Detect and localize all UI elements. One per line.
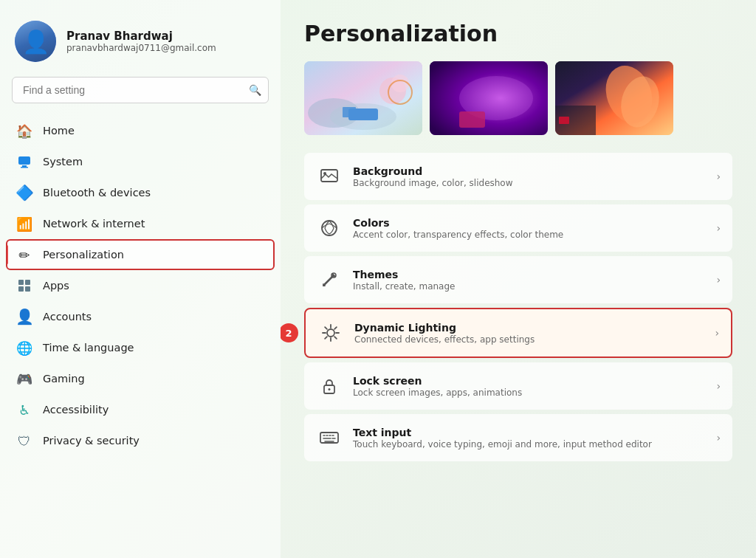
page-title: Personalization [304, 21, 732, 46]
themes-text: Themes Install, create, manage [353, 269, 706, 292]
svg-rect-16 [459, 111, 485, 128]
lock-screen-chevron: › [716, 380, 721, 392]
svg-point-23 [323, 172, 326, 175]
dynamic-lighting-chevron: › [715, 327, 719, 339]
lock-screen-icon [316, 373, 343, 399]
lock-screen-text: Lock screen Lock screen images, apps, an… [353, 375, 706, 398]
sidebar-item-apps[interactable]: Apps [6, 270, 275, 301]
svg-rect-2 [21, 167, 28, 168]
svg-point-26 [327, 329, 334, 337]
wallpaper-thumb-2[interactable] [430, 61, 548, 135]
sidebar-item-label: Network & internet [43, 218, 264, 230]
svg-line-32 [334, 337, 337, 339]
gaming-icon: 🎮 [16, 371, 32, 387]
avatar-image [15, 21, 56, 62]
user-profile[interactable]: Pranav Bhardwaj pranavbhardwaj0711@gmail… [0, 0, 281, 77]
settings-item-themes[interactable]: Themes Install, create, manage › [304, 256, 732, 303]
personalization-icon: ✏️ [16, 247, 32, 263]
sidebar-item-privacy[interactable]: 🛡 Privacy & security [6, 425, 275, 456]
svg-rect-0 [18, 156, 30, 165]
avatar [15, 21, 56, 62]
search-icon: 🔍 [249, 84, 261, 96]
lock-screen-title: Lock screen [353, 375, 706, 387]
sidebar: Pranav Bhardwaj pranavbhardwaj0711@gmail… [0, 0, 281, 558]
dynamic-lighting-text: Dynamic Lighting Connected devices, effe… [354, 322, 704, 345]
sidebar-item-label: Bluetooth & devices [43, 187, 264, 199]
time-icon: 🌐 [16, 340, 32, 356]
colors-text: Colors Accent color, transparency effect… [353, 217, 706, 240]
settings-item-lock-screen[interactable]: Lock screen Lock screen images, apps, an… [304, 362, 732, 410]
sidebar-item-label: Accessibility [43, 404, 264, 416]
sidebar-item-label: Apps [43, 280, 264, 292]
svg-line-31 [325, 327, 327, 329]
themes-chevron: › [716, 274, 721, 286]
home-icon: 🏠 [16, 123, 32, 139]
wallpaper-thumb-3[interactable] [555, 61, 673, 135]
text-input-desc: Touch keyboard, voice typing, emoji and … [353, 439, 706, 450]
bluetooth-icon: 🔷 [16, 185, 32, 201]
dynamic-lighting-desc: Connected devices, effects, app settings [354, 334, 704, 345]
colors-title: Colors [353, 217, 706, 229]
text-input-chevron: › [716, 432, 721, 444]
background-text: Background Background image, color, slid… [353, 165, 706, 188]
sidebar-item-label: Gaming [43, 373, 264, 385]
sidebar-item-label: Privacy & security [43, 435, 264, 447]
user-name: Pranav Bhardwaj [66, 30, 216, 43]
themes-title: Themes [353, 269, 706, 280]
sidebar-item-accounts[interactable]: 👤 Accounts [6, 301, 275, 332]
wallpaper-row [304, 61, 732, 135]
main-content: Personalization [281, 0, 756, 558]
accessibility-icon: ♿ [16, 402, 32, 418]
text-input-title: Text input [353, 427, 706, 438]
user-email: pranavbhardwaj0711@gmail.com [66, 43, 216, 53]
settings-list: Background Background image, color, slid… [304, 153, 732, 461]
text-input-text: Text input Touch keyboard, voice typing,… [353, 427, 706, 450]
text-input-icon [316, 424, 343, 451]
sidebar-item-gaming[interactable]: 🎮 Gaming [6, 363, 275, 394]
dynamic-lighting-icon [317, 320, 344, 346]
nav-list: 🏠 Home System 🔷 Bluetooth & devices 📶 Ne… [0, 112, 281, 459]
colors-icon [316, 215, 343, 241]
apps-icon [16, 278, 32, 294]
network-icon: 📶 [16, 216, 32, 232]
themes-icon [316, 266, 343, 293]
settings-item-dynamic-lighting[interactable]: 2 Dynamic Lighting Connected devices, ef… [304, 308, 732, 358]
svg-rect-12 [343, 107, 356, 117]
dynamic-lighting-title: Dynamic Lighting [354, 322, 704, 334]
svg-rect-3 [18, 280, 24, 285]
background-icon [316, 163, 343, 190]
lock-screen-desc: Lock screen images, apps, animations [353, 388, 706, 398]
sidebar-item-accessibility[interactable]: ♿ Accessibility [6, 394, 275, 425]
sidebar-item-home[interactable]: 🏠 Home [6, 115, 275, 146]
search-box[interactable]: 🔍 [12, 77, 269, 103]
svg-point-9 [330, 103, 396, 130]
background-desc: Background image, color, slideshow [353, 178, 706, 188]
settings-item-text-input[interactable]: Text input Touch keyboard, voice typing,… [304, 414, 732, 461]
themes-desc: Install, create, manage [353, 281, 706, 292]
user-info: Pranav Bhardwaj pranavbhardwaj0711@gmail… [66, 30, 216, 53]
svg-line-33 [334, 327, 337, 329]
settings-item-background[interactable]: Background Background image, color, slid… [304, 153, 732, 200]
colors-chevron: › [716, 222, 721, 234]
background-title: Background [353, 165, 706, 177]
sidebar-item-label: Home [43, 125, 264, 137]
svg-rect-21 [559, 117, 569, 124]
settings-item-colors[interactable]: Colors Accent color, transparency effect… [304, 204, 732, 252]
svg-rect-1 [22, 165, 27, 167]
svg-point-11 [391, 75, 409, 92]
sidebar-item-personalization[interactable]: 1 ✏️ Personalization [6, 239, 275, 270]
sidebar-item-label: Time & language [43, 342, 264, 354]
svg-rect-6 [25, 286, 30, 292]
sidebar-item-bluetooth[interactable]: 🔷 Bluetooth & devices [6, 177, 275, 208]
sidebar-item-network[interactable]: 📶 Network & internet [6, 208, 275, 239]
svg-point-36 [329, 388, 331, 390]
search-input[interactable] [12, 77, 269, 103]
wallpaper-thumb-1[interactable] [304, 61, 422, 135]
background-chevron: › [716, 170, 721, 182]
sidebar-item-time[interactable]: 🌐 Time & language [6, 332, 275, 363]
sidebar-item-label: Accounts [43, 311, 264, 323]
sidebar-item-label: System [43, 156, 264, 168]
badge-2: 2 [281, 323, 298, 342]
svg-point-24 [322, 221, 337, 235]
sidebar-item-system[interactable]: System [6, 146, 275, 177]
